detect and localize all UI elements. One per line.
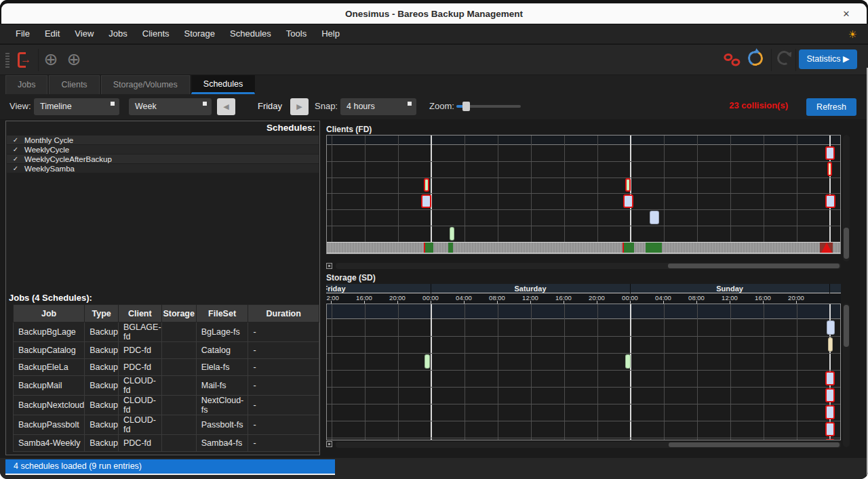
scrollbar-thumb[interactable]: [669, 442, 840, 447]
table-row[interactable]: BackupNextcloudBackupCLOUD-fdNextCloud-f…: [14, 396, 319, 415]
storage-horizontal-scrollbar[interactable]: [336, 442, 841, 448]
gridline-horizontal: [327, 178, 840, 178]
gridline-vertical: [398, 136, 399, 253]
zoom-slider-handle[interactable]: [462, 102, 470, 111]
checkbox-check-icon[interactable]: ✓: [7, 146, 24, 153]
run-bar-blue-collision[interactable]: [623, 194, 633, 208]
menu-item-view[interactable]: View: [67, 24, 101, 43]
refresh-icon[interactable]: [775, 49, 793, 67]
run-bar-blue[interactable]: [650, 211, 659, 224]
run-bar-blue-collision[interactable]: [825, 422, 835, 437]
run-bar-blue-collision[interactable]: [825, 146, 835, 160]
sync-icon[interactable]: [746, 49, 765, 68]
tab-clients[interactable]: Clients: [49, 75, 99, 94]
zoom-label: Zoom:: [429, 101, 454, 111]
scrollbar-thumb[interactable]: [844, 305, 849, 347]
table-row[interactable]: BackupMailBackupCLOUD-fdMail-fs-: [14, 376, 319, 396]
schedule-list-item[interactable]: ✓WeeklyCycleAfterBackup: [7, 154, 319, 163]
run-bar-blue-collision[interactable]: [825, 405, 835, 420]
menu-item-schedules[interactable]: Schedules: [222, 24, 279, 43]
next-day-button[interactable]: ▶: [290, 98, 309, 115]
column-header-type[interactable]: Type: [85, 305, 119, 322]
run-bar-green[interactable]: [425, 354, 430, 369]
column-header-job[interactable]: Job: [14, 305, 85, 322]
toolbar-grip-handle[interactable]: [5, 53, 9, 68]
add-circle-icon[interactable]: ⊕: [65, 50, 83, 68]
disconnect-icon[interactable]: [723, 51, 743, 69]
checkbox-check-icon[interactable]: ✓: [7, 136, 24, 144]
overview-collision-mark: [623, 243, 624, 253]
table-cell: -: [248, 359, 319, 376]
run-bar-blue[interactable]: [827, 320, 835, 335]
run-bar-green-collision[interactable]: [625, 178, 631, 192]
run-bar-wheat[interactable]: [828, 337, 833, 352]
theme-toggle-sun-icon[interactable]: ☀: [848, 28, 857, 41]
storage-vertical-scrollbar[interactable]: [843, 304, 850, 447]
schedule-list-item[interactable]: ✓WeeklyCycle: [7, 145, 319, 154]
gridline-vertical: [797, 304, 797, 440]
schedule-list-item[interactable]: ✓Monthly Cycle: [7, 136, 319, 144]
menu-item-jobs[interactable]: Jobs: [101, 24, 134, 43]
jobs-table: JobTypeClientStorageFileSetDurationBacku…: [13, 304, 319, 452]
run-bar-yellow-collision[interactable]: [827, 162, 832, 175]
column-header-duration[interactable]: Duration: [248, 305, 319, 322]
snap-select[interactable]: 4 hours: [340, 98, 416, 115]
gridline-vertical: [697, 304, 698, 440]
window-title: Onesimus - Bareos Backup Management: [1, 3, 867, 24]
scrollbar-thumb[interactable]: [844, 228, 849, 259]
tab-jobs[interactable]: Jobs: [5, 75, 47, 94]
table-row[interactable]: BackupEleLaBackupPDC-fdElela-fs-: [14, 359, 319, 376]
storage-scroll-corner-button[interactable]: [326, 441, 332, 447]
table-row[interactable]: Samba4-WeeklyBackupPDC-fdSamba4-fs-: [14, 435, 319, 452]
overview-run-segment: [646, 243, 662, 253]
run-bar-blue-collision[interactable]: [825, 439, 835, 441]
column-header-client[interactable]: Client: [118, 305, 161, 322]
schedule-list-item[interactable]: ✓WeeklySamba: [7, 164, 319, 173]
run-bar-blue-collision[interactable]: [825, 194, 835, 208]
menu-item-help[interactable]: Help: [314, 24, 347, 43]
zoom-slider[interactable]: [456, 105, 521, 108]
overview-run-segment: [448, 243, 453, 253]
table-row[interactable]: BackupPassboltBackupCLOUD-fdPassbolt-fs-: [14, 415, 319, 435]
run-bar-blue-collision[interactable]: [825, 371, 835, 386]
scrollbar-thumb[interactable]: [668, 264, 840, 268]
run-bar-blue-collision[interactable]: [825, 388, 835, 403]
table-cell: BackupNextcloud: [14, 396, 85, 415]
clients-horizontal-scrollbar[interactable]: [336, 263, 841, 269]
menu-item-storage[interactable]: Storage: [177, 24, 223, 43]
period-select[interactable]: Week: [129, 98, 212, 115]
checkbox-check-icon[interactable]: ✓: [7, 155, 24, 163]
add-circle-icon[interactable]: ⊕: [42, 50, 60, 68]
statistics-button[interactable]: Statistics ▶: [799, 49, 857, 69]
table-row[interactable]: BackupBgLageBackupBGLAGE-fdBgLage-fs-: [14, 322, 319, 342]
storage-timeline-chart[interactable]: [326, 304, 841, 440]
column-header-storage[interactable]: Storage: [161, 305, 196, 322]
logout-icon[interactable]: →: [18, 52, 33, 68]
tab-storage-volumes[interactable]: Storage/Volumes: [101, 75, 190, 94]
menu-item-edit[interactable]: Edit: [37, 24, 67, 43]
column-header-fileset[interactable]: FileSet: [196, 305, 248, 322]
menu-item-tools[interactable]: Tools: [279, 24, 314, 43]
menu-item-file[interactable]: File: [8, 24, 37, 43]
toolbar: → ⊕ ⊕ Statistics ▶: [0, 45, 868, 75]
menu-item-clients[interactable]: Clients: [135, 24, 177, 43]
table-row[interactable]: BackupCatalogBackupPDC-fdCatalog-: [14, 342, 319, 359]
checkbox-check-icon[interactable]: ✓: [7, 165, 24, 172]
clients-scroll-corner-button[interactable]: [326, 263, 332, 269]
clients-vertical-scrollbar[interactable]: [843, 135, 850, 262]
overview-band[interactable]: [327, 242, 840, 253]
clients-timeline-chart[interactable]: [326, 135, 841, 254]
run-bar-green[interactable]: [625, 354, 631, 369]
gridline-horizontal: [327, 421, 840, 421]
table-cell: Backup: [85, 396, 119, 415]
view-select[interactable]: Timeline: [34, 98, 119, 115]
close-icon[interactable]: ✕: [841, 9, 852, 20]
run-bar-blue-collision[interactable]: [421, 194, 431, 208]
run-bar-green[interactable]: [450, 227, 454, 241]
refresh-button[interactable]: Refresh: [806, 98, 856, 116]
gridline-horizontal: [327, 209, 840, 210]
run-bar-green-collision[interactable]: [424, 178, 429, 192]
prev-day-button[interactable]: ◀: [217, 98, 235, 115]
storage-time-axis: FridaySaturdaySunday12:0016:0020:0000:00…: [326, 284, 841, 304]
tab-schedules[interactable]: Schedules: [191, 75, 255, 94]
